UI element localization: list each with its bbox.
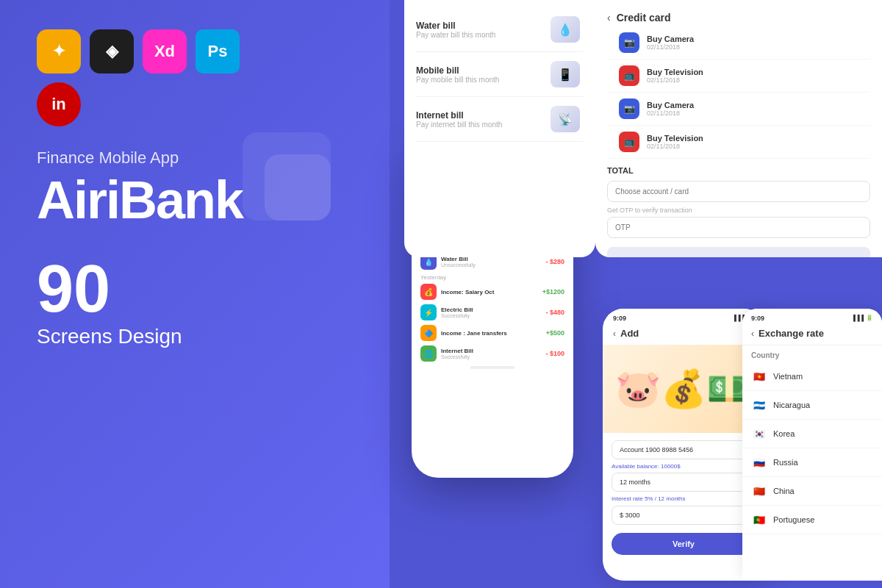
exchange-status-icons: ▌▌▌🔋 — [853, 315, 873, 322]
otp-hint: Get OTP to verify transaction — [607, 207, 870, 214]
otp-input[interactable] — [607, 217, 870, 238]
exchange-portuguese[interactable]: 🇵🇹 Portuguese — [742, 506, 882, 534]
transaction-section: Today 💧 Water Bill Unsuccessfully - $280… — [412, 244, 573, 362]
credit-item-1-name: Buy Camera — [647, 35, 858, 43]
credit-item-3: 📷 Buy Camera 02/11/2018 — [607, 93, 870, 126]
bill-water: Water bill Pay water bill this month 💧 — [416, 7, 584, 52]
tx-internet-amount: - $100 — [545, 350, 564, 357]
tx-jane: 🔷 Income : Jane transfers +$500 — [420, 325, 564, 341]
exchange-russia[interactable]: 🇷🇺 Russia — [742, 448, 882, 477]
exchange-korea[interactable]: 🇰🇷 Korea — [742, 420, 882, 448]
bill-water-title: Water bill — [416, 21, 547, 31]
tv-icon-1: 📺 — [619, 65, 639, 86]
credit-item-3-info: Buy Camera 02/11/2018 — [647, 101, 858, 117]
tx-water-amount: - $280 — [545, 258, 564, 265]
credit-item-2: 📺 Buy Television 02/11/2018 — [607, 60, 870, 93]
tx-jane-info: Income : Jane transfers — [441, 330, 546, 337]
tx-electric: ⚡ Electric Bill Successfully - $480 — [420, 304, 564, 320]
add-back-icon[interactable]: ‹ — [613, 329, 616, 339]
add-savings-phone: 9:09 ▌▌▌🔋 ‹ Add 🐷💰💵 Account 1900 8988 54… — [603, 309, 764, 581]
credit-item-4-info: Buy Television 02/11/2018 — [647, 134, 858, 150]
bill-internet-info: Internet bill Pay internet bill this mon… — [416, 110, 547, 129]
russia-name: Russia — [773, 458, 798, 467]
camera-icon-1: 📷 — [619, 32, 639, 53]
tx-water-status: Unsuccessfully — [441, 262, 545, 268]
tx-internet-status: Successfully — [441, 354, 545, 359]
bill-water-sub: Pay water bill this month — [416, 31, 547, 39]
add-status-time: 9:09 — [613, 315, 626, 322]
photoshop-icon: Ps — [196, 29, 240, 74]
tx-electric-info: Electric Bill Successfully — [441, 306, 545, 318]
sketch-icon: ✦ — [37, 29, 81, 74]
total-section: TOTAL Get OTP to verify transaction — [607, 166, 870, 257]
add-title: Add — [620, 328, 639, 339]
screens-label: Screens Design — [37, 325, 353, 348]
china-name: China — [773, 487, 795, 495]
exchange-rate-panel: 9:09 ▌▌▌🔋 ‹ Exchange rate Country 🇻🇳 Vie… — [742, 309, 882, 581]
exchange-header: ‹ Exchange rate — [742, 325, 882, 345]
exchange-status-bar: 9:09 ▌▌▌🔋 — [742, 309, 882, 325]
exchange-vietnam[interactable]: 🇻🇳 Vietnam — [742, 362, 882, 391]
available-balance: Available balance: 10000$ — [612, 463, 756, 470]
submit-button[interactable] — [607, 247, 870, 257]
bill-internet-icon-area: 📡 — [547, 104, 584, 134]
credit-item-1: 📷 Buy Camera 02/11/2018 — [607, 26, 870, 60]
bill-mobile-icon: 📱 — [551, 61, 580, 87]
exchange-china[interactable]: 🇨🇳 China — [742, 477, 882, 506]
credit-item-3-date: 02/11/2018 — [647, 110, 858, 117]
tv-icon-2: 📺 — [619, 132, 639, 152]
bill-internet: Internet bill Pay internet bill this mon… — [416, 97, 584, 142]
electric-icon: ⚡ — [420, 304, 437, 320]
tx-internet-name: Internet Bill — [441, 348, 545, 354]
phone-bottom-bar — [470, 366, 514, 369]
exchange-country-label: Country — [742, 345, 882, 362]
amount-field: $ 3000 — [612, 506, 756, 525]
bills-panel: Water bill Pay water bill this month 💧 M… — [404, 0, 595, 257]
bill-water-icon-area: 💧 — [547, 15, 584, 44]
xd-icon: Xd — [143, 29, 187, 74]
credit-item-1-info: Buy Camera 02/11/2018 — [647, 35, 858, 51]
credit-item-1-date: 02/11/2018 — [647, 43, 858, 51]
tx-jane-amount: +$500 — [546, 329, 564, 337]
credit-item-3-name: Buy Camera — [647, 101, 858, 110]
tx-electric-name: Electric Bill — [441, 306, 545, 313]
tx-salary-info: Income: Salary Oct — [441, 289, 542, 295]
bill-water-icon: 💧 — [551, 16, 580, 43]
duration-field: 12 months — [612, 473, 756, 492]
credit-card-title: Credit card — [617, 12, 671, 24]
invision-icon: in — [37, 82, 81, 126]
bill-mobile-info: Mobile bill Pay mobile bill this month — [416, 65, 547, 84]
bill-mobile-icon-area: 📱 — [547, 60, 584, 89]
add-form: Account 1900 8988 5456 Available balance… — [603, 433, 764, 562]
credit-item-2-date: 02/11/2018 — [647, 76, 858, 84]
jane-icon: 🔷 — [420, 325, 437, 341]
tx-jane-name: Income : Jane transfers — [441, 330, 546, 337]
total-label: TOTAL — [607, 166, 870, 175]
camera-icon-2: 📷 — [619, 98, 639, 119]
right-top-back-icon[interactable]: ‹ — [607, 12, 611, 24]
exchange-nicaragua[interactable]: 🇳🇮 Nicaragua — [742, 391, 882, 420]
credit-item-4: 📺 Buy Television 02/11/2018 — [607, 126, 870, 159]
right-top-panel: ‹ Credit card 📷 Buy Camera 02/11/2018 📺 … — [595, 0, 882, 257]
tool-icons: ✦ ◈ Xd Ps in — [37, 29, 243, 126]
credit-list: 📷 Buy Camera 02/11/2018 📺 Buy Television… — [607, 26, 870, 159]
tx-salary: 💰 Income: Salary Oct +$1200 — [420, 284, 564, 300]
verify-button[interactable]: Verify — [612, 533, 756, 555]
credit-item-4-name: Buy Television — [647, 134, 858, 143]
account-input[interactable] — [607, 181, 870, 202]
portuguese-name: Portuguese — [773, 515, 814, 524]
account-field: Account 1900 8988 5456 — [612, 440, 756, 459]
internet-icon: 🌐 — [420, 345, 437, 362]
bill-water-info: Water bill Pay water bill this month — [416, 21, 547, 39]
exchange-back-icon[interactable]: ‹ — [751, 329, 754, 339]
vietnam-flag: 🇻🇳 — [751, 368, 767, 384]
tx-internet: 🌐 Internet Bill Successfully - $100 — [420, 345, 564, 362]
korea-flag: 🇰🇷 — [751, 426, 767, 442]
bill-internet-title: Internet bill — [416, 110, 547, 121]
portuguese-flag: 🇵🇹 — [751, 512, 767, 528]
korea-name: Korea — [773, 429, 795, 438]
russia-flag: 🇷🇺 — [751, 454, 767, 470]
bill-mobile-sub: Pay mobile bill this month — [416, 76, 547, 84]
bill-internet-sub: Pay internet bill this month — [416, 121, 547, 129]
credit-item-2-info: Buy Television 02/11/2018 — [647, 68, 858, 84]
